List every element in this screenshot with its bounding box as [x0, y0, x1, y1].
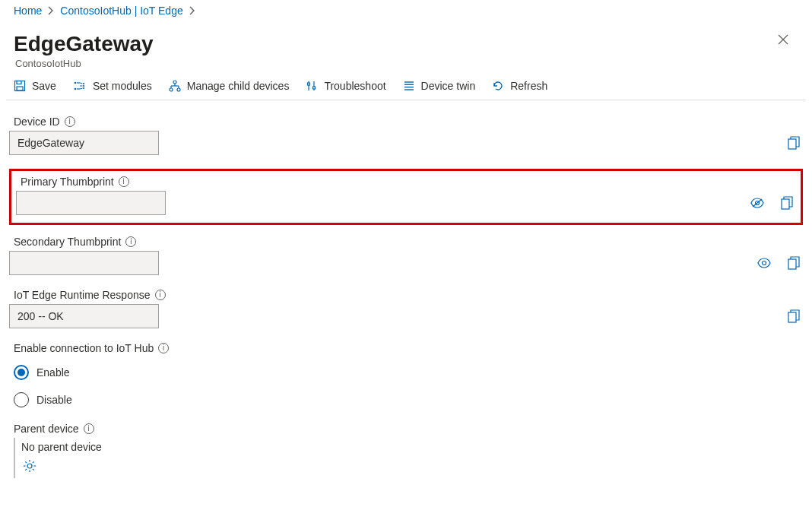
svg-point-4: [75, 88, 77, 90]
svg-rect-34: [788, 312, 796, 322]
svg-line-10: [80, 83, 83, 84]
svg-line-30: [753, 199, 762, 207]
manage-child-devices-button[interactable]: Manage child devices: [169, 80, 290, 92]
chevron-right-icon: [189, 6, 195, 15]
svg-rect-23: [313, 87, 316, 89]
enable-radio-label: Enable: [36, 366, 70, 379]
save-label: Save: [32, 80, 56, 92]
breadcrumb: Home ContosoIotHub | IoT Edge: [6, 0, 806, 21]
troubleshoot-button[interactable]: Troubleshoot: [306, 80, 385, 92]
copy-button[interactable]: [785, 308, 803, 325]
parent-device-field: Parent device i No parent device: [9, 423, 803, 478]
copy-button[interactable]: [778, 195, 796, 211]
primary-thumbprint-label: Primary Thumbprint: [21, 176, 114, 188]
copy-button[interactable]: [785, 255, 803, 271]
parent-device-label: Parent device: [14, 423, 79, 435]
svg-point-3: [75, 82, 77, 84]
connection-field: Enable connection to IoT Hub i Enable Di…: [9, 342, 803, 407]
secondary-thumbprint-input[interactable]: [9, 251, 159, 275]
svg-line-40: [25, 461, 27, 463]
enable-radio[interactable]: Enable: [14, 365, 798, 380]
parent-device-settings-button[interactable]: [21, 458, 38, 474]
reveal-button[interactable]: [756, 256, 772, 270]
chevron-right-icon: [48, 6, 54, 15]
primary-thumbprint-input[interactable]: [16, 191, 166, 215]
svg-point-8: [83, 85, 84, 87]
copy-icon: [788, 309, 800, 323]
svg-point-13: [173, 81, 176, 84]
copy-icon: [788, 256, 800, 270]
breadcrumb-hub[interactable]: ContosoIotHub | IoT Edge: [60, 5, 182, 17]
svg-rect-1: [17, 81, 21, 84]
svg-line-41: [33, 469, 34, 471]
save-button[interactable]: Save: [14, 80, 56, 92]
eye-icon: [750, 198, 764, 208]
parent-device-value: No parent device: [21, 441, 798, 453]
runtime-response-field: IoT Edge Runtime Response i: [9, 289, 803, 328]
gear-icon: [23, 459, 36, 473]
troubleshoot-icon: [306, 80, 318, 92]
info-icon[interactable]: i: [84, 423, 94, 434]
svg-point-35: [27, 464, 32, 468]
info-icon[interactable]: i: [65, 116, 75, 127]
info-icon[interactable]: i: [155, 290, 166, 300]
list-icon: [403, 80, 415, 92]
info-icon[interactable]: i: [125, 236, 136, 247]
svg-rect-33: [788, 259, 796, 269]
copy-icon: [781, 196, 793, 210]
svg-rect-31: [782, 199, 789, 209]
tree-icon: [169, 80, 181, 92]
refresh-icon: [492, 80, 504, 92]
set-modules-label: Set modules: [93, 80, 152, 92]
modules-icon: [73, 80, 87, 92]
form-section: Device ID i Primary Thumbprint i: [6, 116, 806, 478]
page-title: EdgeGateway: [14, 32, 154, 56]
svg-rect-22: [308, 83, 310, 85]
device-twin-button[interactable]: Device twin: [403, 80, 476, 92]
connection-label: Enable connection to IoT Hub: [14, 342, 154, 354]
info-icon[interactable]: i: [158, 343, 169, 353]
runtime-response-input[interactable]: [9, 304, 159, 328]
secondary-thumbprint-field: Secondary Thumbprint i: [9, 236, 803, 275]
breadcrumb-home[interactable]: Home: [14, 5, 42, 17]
device-id-input[interactable]: [9, 131, 159, 155]
svg-line-42: [25, 469, 27, 471]
copy-button[interactable]: [785, 135, 803, 151]
svg-point-9: [83, 87, 84, 89]
svg-rect-2: [17, 87, 23, 90]
disable-radio[interactable]: Disable: [14, 392, 798, 407]
primary-thumbprint-highlight: Primary Thumbprint i: [9, 169, 803, 225]
svg-point-32: [763, 261, 766, 265]
page-header: EdgeGateway ContosoIotHub: [6, 21, 806, 69]
runtime-response-label: IoT Edge Runtime Response: [14, 289, 151, 301]
svg-line-11: [80, 88, 83, 89]
device-id-field: Device ID i: [9, 116, 803, 155]
refresh-button[interactable]: Refresh: [492, 80, 547, 92]
save-icon: [14, 80, 26, 92]
info-icon[interactable]: i: [119, 176, 129, 187]
page-subtitle: ContosoIotHub: [15, 58, 154, 69]
svg-rect-28: [788, 139, 796, 149]
svg-point-7: [83, 83, 84, 84]
troubleshoot-label: Troubleshoot: [324, 80, 385, 92]
eye-icon: [757, 258, 771, 268]
device-twin-label: Device twin: [421, 80, 476, 92]
svg-line-43: [33, 461, 34, 463]
svg-point-15: [177, 88, 180, 91]
command-bar: Save Set modules Manage child devices Tr…: [6, 69, 806, 100]
secondary-thumbprint-label: Secondary Thumbprint: [14, 236, 121, 248]
close-icon: [777, 33, 789, 46]
refresh-label: Refresh: [510, 80, 547, 92]
device-id-label: Device ID: [14, 116, 60, 128]
disable-radio-label: Disable: [36, 394, 72, 406]
copy-icon: [788, 136, 800, 150]
svg-point-14: [170, 88, 173, 91]
close-button[interactable]: [768, 27, 798, 52]
manage-child-devices-label: Manage child devices: [187, 80, 290, 92]
reveal-button[interactable]: [749, 196, 766, 210]
set-modules-button[interactable]: Set modules: [73, 80, 152, 92]
